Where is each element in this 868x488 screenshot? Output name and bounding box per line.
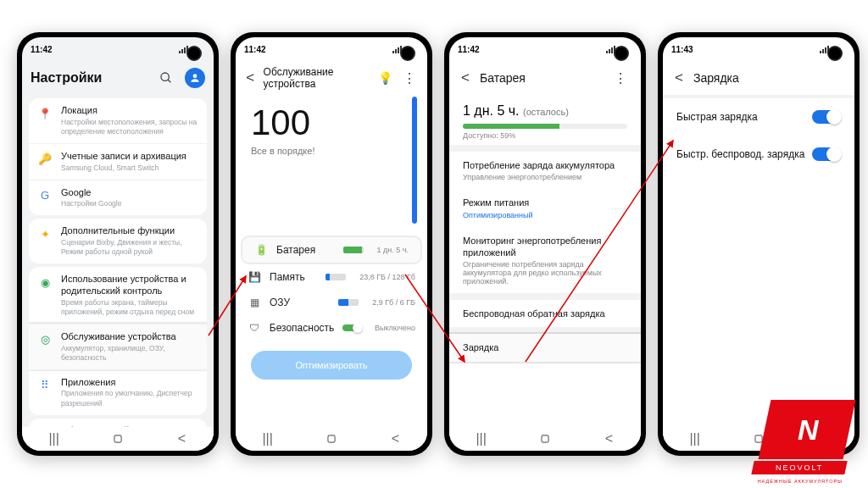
settings-item[interactable]: ◎Обслуживание устройстваАккумулятор, хра… <box>29 324 207 369</box>
nav-recent[interactable]: ||| <box>42 433 67 445</box>
usage-bar <box>343 247 364 253</box>
row-icon: 🛡 <box>248 322 261 334</box>
care-row[interactable]: 💾Память23,8 ГБ / 128 Гб <box>236 264 427 290</box>
item-title: Потребление заряда аккумулятора <box>463 159 627 171</box>
nav-back[interactable]: < <box>169 433 194 445</box>
usage-bar <box>338 299 359 306</box>
logo-mark: N <box>798 413 817 446</box>
row-name: Память <box>270 271 312 283</box>
status-bar: 11:42 <box>236 37 427 61</box>
settings-item[interactable]: 🔑Учетные записи и архивацияSamsung Cloud… <box>29 143 207 180</box>
more-icon[interactable]: ⋮ <box>399 66 419 90</box>
svg-rect-5 <box>542 435 548 442</box>
search-icon[interactable] <box>154 66 178 90</box>
battery-item[interactable]: Беспроводная обратная зарядка <box>449 300 641 327</box>
item-subtitle: Samsung Cloud, Smart Switch <box>61 164 198 173</box>
item-subtitle: Аккумулятор, хранилище, ОЗУ, безопасност… <box>61 344 198 363</box>
row-value: 23,8 ГБ / 128 Гб <box>359 273 415 281</box>
camera-cutout <box>614 46 629 61</box>
android-navbar: ||| < <box>449 427 641 451</box>
settings-item[interactable]: GGoogleНастройки Google <box>29 180 207 216</box>
camera-cutout <box>400 46 415 61</box>
status-time: 11:43 <box>671 45 693 54</box>
row-name: Безопасность <box>270 322 335 334</box>
row-value: 2,9 Гб / 6 ГБ <box>372 298 415 307</box>
more-icon[interactable]: ⋮ <box>609 66 632 90</box>
device-score: 100 Все в порядке! <box>236 95 427 161</box>
page-title: Обслуживание устройства <box>264 66 365 90</box>
battery-item[interactable]: Зарядка <box>449 334 641 361</box>
tip-icon[interactable]: 💡 <box>378 71 392 85</box>
item-subtitle: Время работы экрана, таймеры приложений,… <box>61 298 198 317</box>
page-title: Настройки <box>31 70 102 86</box>
settings-item[interactable]: ✦Дополнительные функцииСценарии Bixby, Д… <box>29 219 207 263</box>
profile-avatar[interactable] <box>185 68 205 88</box>
usage-bar <box>326 274 346 280</box>
item-icon: ✦ <box>37 226 53 241</box>
care-row[interactable]: 🛡БезопасностьВыключено <box>236 315 427 341</box>
settings-item[interactable]: ⠿ПриложенияПриложения по умолчанию, Дисп… <box>29 369 207 415</box>
battery-progress <box>463 124 627 129</box>
nav-recent[interactable]: ||| <box>682 433 708 445</box>
row-icon: 🔋 <box>254 244 268 256</box>
header: Настройки <box>22 61 214 95</box>
care-row[interactable]: 🔋Батарея1 дн. 5 ч. <box>242 237 420 263</box>
page-title: Батарея <box>480 71 526 85</box>
toggle[interactable] <box>342 324 361 331</box>
back-icon[interactable]: < <box>244 69 257 86</box>
nav-back[interactable]: < <box>596 433 621 445</box>
back-icon[interactable]: < <box>671 69 687 86</box>
header: < Зарядка <box>663 61 854 95</box>
item-icon: ◎ <box>37 332 53 347</box>
nav-recent[interactable]: ||| <box>469 433 494 445</box>
settings-item[interactable]: ◉Использование устройства и родительский… <box>29 267 207 324</box>
item-icon: ◉ <box>37 274 53 290</box>
battery-item[interactable]: Режим питанияОптимизированный <box>449 189 641 226</box>
status-time: 11:42 <box>458 45 480 54</box>
item-subtitle: Ограничение потребления заряда аккумулят… <box>463 260 627 286</box>
nav-home[interactable] <box>319 433 344 445</box>
optimize-button[interactable]: Оптимизировать <box>251 351 412 380</box>
row-value: 1 дн. 5 ч. <box>377 246 409 254</box>
toggle-switch[interactable] <box>812 147 841 161</box>
item-title: Учетные записи и архивация <box>61 151 198 163</box>
item-title: Локация <box>61 105 198 117</box>
battery-time-suffix: (осталось) <box>523 107 569 117</box>
item-subtitle: Сценарии Bixby, Движения и жесты, Режим … <box>61 238 198 257</box>
care-row[interactable]: ▦ОЗУ2,9 Гб / 6 ГБ <box>236 290 427 315</box>
battery-pct-text: Доступно: 59% <box>463 131 627 140</box>
nav-back[interactable]: < <box>382 433 408 445</box>
settings-item[interactable]: 📍ЛокацияНастройки местоположения, запрос… <box>29 98 207 143</box>
item-title: Режим питания <box>463 197 627 208</box>
status-bar: 11:42 <box>22 37 214 61</box>
back-icon[interactable]: < <box>458 69 473 86</box>
item-icon: G <box>37 188 53 203</box>
phone-battery: 11:42 < Батарея ⋮ 1 дн. 5 ч. (осталось) … <box>444 32 646 456</box>
row-icon: ▦ <box>248 297 261 308</box>
divider <box>449 145 641 152</box>
nav-home[interactable] <box>105 433 131 445</box>
item-title: Использование устройства и родительский … <box>61 274 198 297</box>
logo-tagline: НАДЕЖНЫЕ АККУМУЛЯТОРЫ <box>758 479 843 484</box>
charging-item[interactable]: Быстрая зарядка <box>663 98 854 136</box>
nav-recent[interactable]: ||| <box>255 433 281 445</box>
charging-item[interactable]: Быстр. беспровод. зарядка <box>663 136 854 173</box>
settings-group: ✦Дополнительные функцииСценарии Bixby, Д… <box>29 219 207 263</box>
toggle-switch[interactable] <box>812 110 841 124</box>
nav-home[interactable] <box>532 433 558 445</box>
divider <box>449 293 641 300</box>
battery-time: 1 дн. 5 ч. <box>463 103 520 118</box>
battery-item[interactable]: Мониторинг энергопотребления приложенийО… <box>449 227 641 294</box>
header: < Батарея ⋮ <box>449 61 641 95</box>
page-title: Зарядка <box>693 71 739 85</box>
item-subtitle: Оптимизированный <box>463 211 627 219</box>
svg-point-0 <box>161 73 169 80</box>
logo-brand: NEOVOLT <box>776 463 823 472</box>
battery-item[interactable]: Потребление заряда аккумулятораУправлени… <box>449 152 641 189</box>
android-navbar: ||| < <box>236 427 427 451</box>
battery-summary: 1 дн. 5 ч. (осталось) Доступно: 59% <box>449 95 641 145</box>
item-title: Дополнительные функции <box>61 225 198 237</box>
phone-settings: 11:42 Настройки 📍ЛокацияНастройки местоп… <box>17 32 219 456</box>
row-name: Батарея <box>276 244 330 256</box>
status-time: 11:42 <box>244 45 266 54</box>
